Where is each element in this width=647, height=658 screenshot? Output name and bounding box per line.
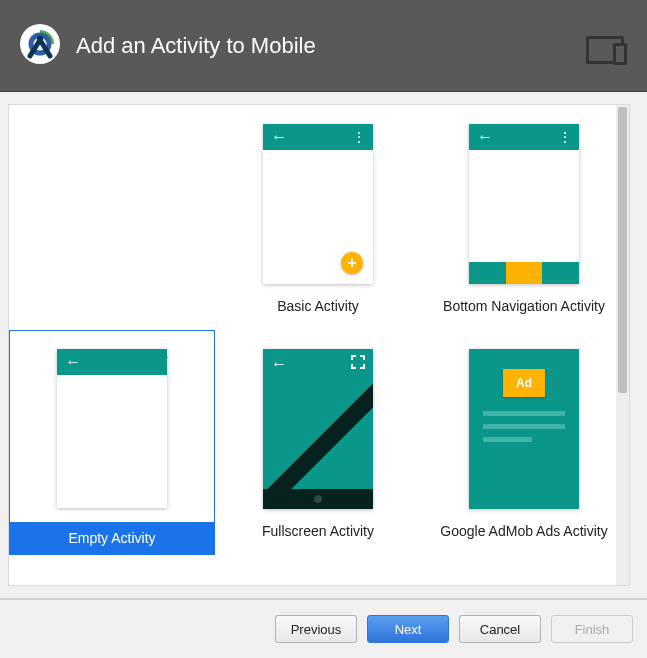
- template-option-none[interactable]: Add No Activity: [9, 105, 215, 330]
- template-thumbnail: ←: [57, 349, 167, 508]
- fab-icon: +: [341, 252, 363, 274]
- finish-button: Finish: [551, 615, 633, 643]
- gallery-scrollbar[interactable]: [616, 105, 629, 585]
- bottom-nav-icon: [469, 262, 579, 284]
- overflow-menu-icon: ⋮: [558, 129, 571, 145]
- template-caption: Fullscreen Activity: [262, 523, 374, 539]
- template-option-fullscreen[interactable]: ← Fullscreen Activity: [215, 330, 421, 555]
- template-caption: Bottom Navigation Activity: [443, 298, 605, 314]
- svg-point-2: [37, 35, 43, 41]
- form-factor-icon: [581, 28, 629, 64]
- activity-template-gallery: Add No Activity ←⋮ + Basic Activity ←⋮ B…: [8, 104, 630, 586]
- template-option-empty[interactable]: ← Empty Activity: [9, 330, 215, 555]
- template-caption: Basic Activity: [277, 298, 359, 314]
- wizard-header: Add an Activity to Mobile: [0, 0, 647, 92]
- wizard-title: Add an Activity to Mobile: [76, 33, 316, 59]
- wizard-footer: Previous Next Cancel Finish: [0, 598, 647, 658]
- overflow-menu-icon: ⋮: [352, 129, 365, 145]
- template-option-basic[interactable]: ←⋮ + Basic Activity: [215, 105, 421, 330]
- ad-badge-icon: Ad: [503, 369, 545, 397]
- template-option-admob[interactable]: Ad Google AdMob Ads Activity: [421, 330, 627, 555]
- back-arrow-icon: ←: [477, 129, 493, 145]
- template-thumbnail: Ad: [469, 349, 579, 509]
- android-studio-logo-icon: [18, 22, 62, 70]
- template-thumbnail: ←: [263, 349, 373, 509]
- template-thumbnail: ←⋮: [469, 124, 579, 284]
- wizard-body: Add No Activity ←⋮ + Basic Activity ←⋮ B…: [0, 92, 647, 598]
- template-caption: Google AdMob Ads Activity: [440, 523, 607, 539]
- next-button[interactable]: Next: [367, 615, 449, 643]
- template-option-bottomnav[interactable]: ←⋮ Bottom Navigation Activity: [421, 105, 627, 330]
- template-caption: Empty Activity: [10, 522, 214, 554]
- cancel-button[interactable]: Cancel: [459, 615, 541, 643]
- template-thumbnail: ←⋮ +: [263, 124, 373, 284]
- previous-button[interactable]: Previous: [275, 615, 357, 643]
- back-arrow-icon: ←: [271, 129, 287, 145]
- back-arrow-icon: ←: [65, 354, 81, 370]
